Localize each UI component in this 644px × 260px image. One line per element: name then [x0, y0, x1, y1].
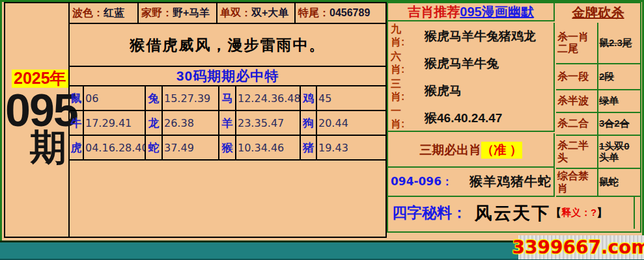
zodiac-numbers: 19.43	[316, 135, 385, 160]
zodiac-label: 虎	[70, 135, 83, 160]
kill-row: 综合禁肖 鼠蛇	[556, 169, 635, 197]
recommend-prefix: 吉肖推荐	[408, 3, 460, 21]
zodiac-numbers: 37.49	[162, 135, 219, 160]
right-spacer-column	[635, 23, 640, 231]
zodiac-label: 狗	[300, 110, 316, 135]
kill-row: 杀二半头 1头双0头单	[556, 136, 635, 169]
band-cell-wave-color: 波色： 红蓝	[70, 3, 139, 23]
band-cell-home-wild: 家野： 野+马羊	[139, 3, 217, 23]
zodiac-numbers: 26.38	[162, 110, 219, 135]
page-border-left	[0, 0, 2, 242]
site-watermark[interactable]: 3399667.com	[512, 237, 644, 258]
comic-humor-link[interactable]: 095漫画幽默	[460, 3, 533, 21]
secret-value: 风云天下	[475, 202, 550, 225]
nine-xiao-row: 九肖: 猴虎马羊牛兔猪鸡龙	[388, 23, 553, 50]
zodiac-label: 猴	[219, 135, 236, 160]
kill-label: 综合禁肖	[556, 169, 598, 196]
zodiac-label: 牛	[70, 110, 83, 135]
one-xiao-label: 一肖:	[388, 105, 410, 132]
three-xiao-value: 猴虎马	[410, 77, 553, 105]
band-label: 单双：	[220, 6, 251, 20]
main-prediction-box: 2025年 095 期 波色： 红蓝 家野： 野+马羊 单双： 双+大单 特	[4, 2, 387, 238]
secret-label: 四字秘料：	[388, 203, 467, 223]
period-range-value: 猴羊鸡猪牛蛇	[469, 173, 552, 190]
bracket-close: 】	[596, 205, 608, 220]
kill-row: 杀一段 2段	[556, 64, 635, 90]
period-range-row: 094-096： 猴羊鸡猪牛蛇	[388, 168, 555, 197]
kill-row: 杀二合 3合2合	[556, 113, 635, 136]
zodiac-label: 鼠	[70, 86, 83, 110]
zodiac-numbers: 23.35.47	[236, 110, 300, 135]
issue-number: 095	[5, 89, 68, 133]
kill-value: 1头双0头单	[598, 136, 635, 168]
zodiac-label: 猪	[300, 135, 316, 160]
band-value: 双+大单	[251, 6, 288, 20]
issue-column: 2025年 095 期	[5, 3, 70, 237]
gold-kill-column: 杀一肖二尾 鼠2.3尾 杀一段 2段 杀半波 绿单 杀二合 3合2合 杀二半头 …	[556, 23, 635, 197]
table-title: 30码期期必中特	[176, 67, 279, 85]
zodiac-numbers: 17.29.41	[83, 110, 145, 135]
prediction-main-area: 波色： 红蓝 家野： 野+马羊 单双： 双+大单 特尾： 0456789 猴借虎…	[70, 3, 385, 237]
nine-xiao-value: 猴虎马羊牛兔猪鸡龙	[410, 23, 553, 50]
six-xiao-row: 六肖: 猴虎马羊牛兔	[388, 50, 553, 77]
one-xiao-value: 猴46.40.24.47	[410, 105, 553, 132]
three-xiao-label: 三肖:	[388, 77, 410, 105]
zodiac-numbers: 10.34.46	[236, 135, 300, 160]
zodiac-numbers: 45	[316, 86, 385, 110]
gold-kill-title: 金牌砍杀	[572, 4, 624, 21]
watermark-box[interactable]: 3399667.com	[518, 235, 644, 259]
secret-note: 释义：?	[561, 207, 596, 219]
zodiac-numbers: 12.24.36.48	[236, 86, 300, 110]
four-word-secret-row: 四字秘料： 风云天下 【 释义：? 】	[388, 197, 635, 229]
kill-label: 杀半波	[556, 90, 598, 112]
band-cell-special-tail: 特尾： 0456789	[296, 3, 385, 23]
headline-row: 猴借虎威风，漫步雷雨中。	[70, 24, 385, 67]
zodiac-label: 马	[219, 86, 236, 110]
zodiac-label: 龙	[145, 110, 162, 135]
kill-row: 杀一肖二尾 鼠2.3尾	[556, 23, 635, 64]
three-period-title: 三期必出肖	[419, 142, 481, 159]
band-value: 野+马羊	[173, 6, 210, 20]
kill-label: 杀一段	[556, 64, 598, 89]
band-value: 0456789	[329, 7, 370, 19]
kill-label: 杀一肖二尾	[556, 23, 598, 63]
zodiac-label: 鸡	[300, 86, 316, 110]
three-period-row: 三期必出肖（准 ）	[388, 133, 555, 168]
one-xiao-row: 一肖: 猴46.40.24.47	[388, 105, 553, 132]
nine-xiao-label: 九肖:	[388, 23, 410, 50]
six-xiao-label: 六肖:	[388, 50, 410, 77]
table-row: 牛 17.29.41 龙 26.38 羊 23.35.47 狗 20.44	[70, 110, 385, 135]
three-xiao-row: 三肖: 猴虎马	[388, 77, 553, 105]
zodiac-numbers: 06	[83, 86, 145, 110]
six-xiao-value: 猴虎马羊牛兔	[410, 50, 553, 77]
zodiac-number-table: 鼠 06 兔 15.27.39 马 12.24.36.48 鸡 45 牛 17.…	[70, 86, 385, 161]
kill-value: 绿单	[598, 90, 635, 112]
headline-verse: 猴借虎威风，漫步雷雨中。	[130, 35, 326, 55]
kill-label: 杀二半头	[556, 136, 598, 168]
zodiac-numbers: 15.27.39	[162, 86, 219, 110]
zodiac-label: 兔	[145, 86, 162, 110]
band-value: 红蓝	[104, 6, 124, 20]
kill-value: 鼠蛇	[598, 169, 635, 196]
lottery-tip-sheet: 2025年 095 期 波色： 红蓝 家野： 野+马羊 单双： 双+大单 特	[0, 0, 644, 260]
kill-value: 鼠2.3尾	[598, 23, 635, 63]
recommend-header: 吉肖推荐095漫画幽默	[388, 3, 555, 21]
kill-value: 3合2合	[598, 113, 635, 135]
table-row: 鼠 06 兔 15.27.39 马 12.24.36.48 鸡 45	[70, 86, 385, 110]
kill-value: 2段	[598, 64, 635, 89]
band-label: 家野：	[141, 6, 173, 20]
band-label: 特尾：	[298, 6, 329, 20]
kill-label: 杀二合	[556, 113, 598, 135]
accuracy-badge: （准 ）	[481, 142, 522, 159]
zodiac-numbers: 04.16.28.40	[83, 135, 145, 160]
recommendation-panel: 吉肖推荐095漫画幽默 金牌砍杀 九肖: 猴虎马羊牛兔猪鸡龙 六肖: 猴虎马羊牛…	[387, 2, 641, 233]
table-title-row: 30码期期必中特	[70, 67, 385, 86]
table-row: 虎 04.16.28.40 蛇 37.49 猴 10.34.46 猪 19.43	[70, 135, 385, 160]
zodiac-label: 蛇	[145, 135, 162, 160]
band-label: 波色：	[72, 6, 104, 20]
zodiac-recommend-block: 九肖: 猴虎马羊牛兔猪鸡龙 六肖: 猴虎马羊牛兔 三肖: 猴虎马 一肖:	[388, 23, 555, 132]
zodiac-numbers: 20.44	[316, 110, 385, 135]
zodiac-label: 羊	[219, 110, 236, 135]
attribute-band-row: 波色： 红蓝 家野： 野+马羊 单双： 双+大单 特尾： 0456789	[70, 3, 385, 24]
gold-kill-header: 金牌砍杀	[556, 3, 640, 21]
